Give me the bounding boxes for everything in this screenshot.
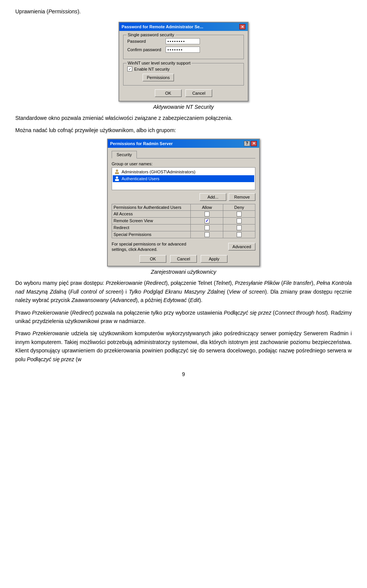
page-number: 9 bbox=[15, 371, 352, 377]
radmin-ok-button[interactable]: OK bbox=[140, 255, 166, 263]
para3-italic7: Full control of screen bbox=[70, 289, 122, 295]
perm-redirect-deny[interactable] bbox=[223, 224, 255, 231]
confirm-label: Confirm password bbox=[127, 47, 166, 52]
single-password-groupbox: Single password security Password ••••••… bbox=[123, 35, 244, 59]
user-item-authenticated[interactable]: Authenticated Users bbox=[113, 175, 254, 182]
perm-row-special: Special Permissions bbox=[112, 231, 255, 238]
para2-text: Można nadać lub cofnąć przywileje użytko… bbox=[15, 127, 176, 133]
page-content: Uprawnienia (Permissions). Password for … bbox=[15, 8, 352, 377]
password-row: Password •••••••• bbox=[127, 38, 240, 44]
password-input[interactable]: •••••••• bbox=[166, 38, 200, 44]
enable-nt-checkbox[interactable]: ✓ bbox=[127, 66, 132, 71]
para3-paren2: ), połączenie Telnet ( bbox=[166, 280, 216, 286]
para3-italic5: File transfer bbox=[283, 280, 311, 286]
perm-row-redirect: Redirect bbox=[112, 224, 255, 231]
admin-user-name: Administrators (GHOST\Administrators) bbox=[122, 170, 195, 174]
para3-paren12: ( bbox=[187, 297, 190, 303]
user-item-administrators[interactable]: Administrators (GHOST\Administrators) bbox=[113, 168, 254, 175]
radmin-cancel-button[interactable]: Cancel bbox=[170, 255, 197, 263]
confirm-row: Confirm password ••••••• bbox=[127, 47, 240, 53]
winnt-label: WinNT user level security support bbox=[127, 61, 192, 65]
radmin-help-button[interactable]: ? bbox=[244, 141, 250, 146]
perm-all-access-allow[interactable] bbox=[191, 210, 223, 217]
perm-special-label: Special Permissions bbox=[112, 231, 191, 238]
svg-point-2 bbox=[116, 176, 118, 179]
para3-paren8: ( bbox=[225, 289, 229, 295]
perm-redirect-allow[interactable] bbox=[191, 224, 223, 231]
perm-row-remote-screen: Remote Screen View ✓ bbox=[112, 217, 255, 224]
perm-remote-screen-label: Remote Screen View bbox=[112, 217, 191, 224]
para4-italic2: Redirect bbox=[72, 310, 92, 316]
perm-special-deny[interactable] bbox=[223, 231, 255, 238]
advanced-button[interactable]: Advanced bbox=[228, 243, 255, 250]
tab-bar: Security bbox=[112, 151, 255, 158]
perm-redirect-label: Redirect bbox=[112, 224, 191, 231]
nt-security-close-button[interactable]: ✕ bbox=[239, 24, 245, 29]
perm-remote-screen-allow[interactable]: ✓ bbox=[191, 217, 223, 224]
nt-security-btn-row: OK Cancel bbox=[123, 89, 244, 97]
svg-point-0 bbox=[116, 170, 118, 172]
para3-paren3: ), bbox=[230, 280, 235, 286]
security-tab[interactable]: Security bbox=[112, 151, 137, 158]
nt-security-container: Password for Remote Administrator Se... … bbox=[15, 22, 352, 110]
para5-paren1: (w bbox=[74, 356, 81, 362]
perm-name-header: Permissions for Authenticated Users bbox=[112, 204, 191, 210]
radmin-dialog-btn-row: OK Cancel Apply bbox=[112, 255, 255, 263]
nt-ok-button[interactable]: OK bbox=[155, 89, 182, 97]
radmin-body: Security Group or user names: Administra… bbox=[108, 148, 259, 266]
para3-paren7: ) i bbox=[122, 289, 129, 295]
para5-italic1: Przekierowanie bbox=[32, 330, 69, 336]
confirm-input[interactable]: ••••••• bbox=[166, 47, 200, 53]
radmin-apply-button[interactable]: Apply bbox=[201, 255, 227, 263]
para4-italic1: Przekierowanie bbox=[32, 310, 69, 316]
radmin-titlebar: Permissions for Radmin Server ? ✕ bbox=[108, 139, 259, 148]
para3-paren6: ( bbox=[66, 289, 70, 295]
password-label: Password bbox=[127, 39, 166, 44]
auth-user-name: Authenticated Users bbox=[122, 176, 159, 181]
para1-text: Standardowe okno pozwala zmieniać właści… bbox=[15, 115, 232, 121]
radmin-close-button[interactable]: ✕ bbox=[251, 141, 257, 146]
advanced-row: For special permissions or for advanced … bbox=[112, 241, 255, 252]
admin-user-icon bbox=[114, 169, 120, 175]
perm-special-allow[interactable] bbox=[191, 231, 223, 238]
perm-remote-screen-deny[interactable] bbox=[223, 217, 255, 224]
para5: Prawo Przekierowanie udziela się użytkow… bbox=[15, 329, 352, 363]
para3-italic4: Przesyłanie Plików bbox=[235, 280, 279, 286]
para3-italic11: Advanced bbox=[112, 297, 136, 303]
advanced-note: For special permissions or for advanced … bbox=[112, 241, 188, 252]
para2: Można nadać lub cofnąć przywileje użytko… bbox=[15, 126, 352, 134]
para4-paren2: ) pozwala na połączenie tylko przy wybor… bbox=[92, 310, 224, 316]
group-user-label: Group or user names: bbox=[112, 162, 255, 166]
para4: Prawo Przekierowanie (Redirect) pozwala … bbox=[15, 309, 352, 326]
nt-security-titlebar: Password for Remote Administrator Se... … bbox=[119, 23, 248, 31]
perm-row-all-access: All Access bbox=[112, 210, 255, 217]
para3-italic2: Redirect bbox=[146, 280, 166, 286]
para3-italic8: Tylko Podgląd Ekranu Maszyny Zdalnej bbox=[129, 289, 225, 295]
para3-text1: Do wyboru mamy pięć praw dostępu: bbox=[15, 280, 106, 286]
radmin-permissions-caption: Zarejestrowani użytkownicy bbox=[151, 269, 216, 275]
nt-cancel-button[interactable]: Cancel bbox=[185, 89, 212, 97]
para3-italic9: View of screen bbox=[229, 289, 265, 295]
perm-all-access-deny[interactable] bbox=[223, 210, 255, 217]
intro-italic: Permissions bbox=[48, 8, 77, 15]
para1: Standardowe okno pozwala zmieniać właści… bbox=[15, 114, 352, 122]
user-list: Administrators (GHOST\Administrators) Au… bbox=[112, 167, 255, 190]
single-password-label: Single password security bbox=[127, 32, 175, 37]
nt-security-body: Single password security Password ••••••… bbox=[119, 31, 248, 101]
para3-paren13: ). bbox=[199, 297, 203, 303]
para4-italic4: Connect through host bbox=[275, 310, 326, 316]
intro-text-end: ). bbox=[78, 8, 81, 15]
para4-text1: Prawo bbox=[15, 310, 32, 316]
permissions-table: Permissions for Authenticated Users Allo… bbox=[112, 204, 255, 238]
permissions-button[interactable]: Permissions bbox=[143, 74, 174, 81]
para3-italic1: Przekierowanie bbox=[106, 280, 143, 286]
para3-paren11: ), a później bbox=[136, 297, 163, 303]
nt-security-caption: Aktywowanie NT Security bbox=[153, 104, 214, 110]
add-remove-btn-row: Add... Remove bbox=[112, 193, 255, 201]
svg-rect-3 bbox=[115, 179, 119, 181]
para4-italic3: Podłączyć się przez bbox=[224, 310, 271, 316]
add-button[interactable]: Add... bbox=[200, 193, 226, 201]
remove-button[interactable]: Remove bbox=[229, 193, 255, 201]
para4-paren1: ( bbox=[69, 310, 72, 316]
deny-header: Deny bbox=[223, 204, 255, 210]
